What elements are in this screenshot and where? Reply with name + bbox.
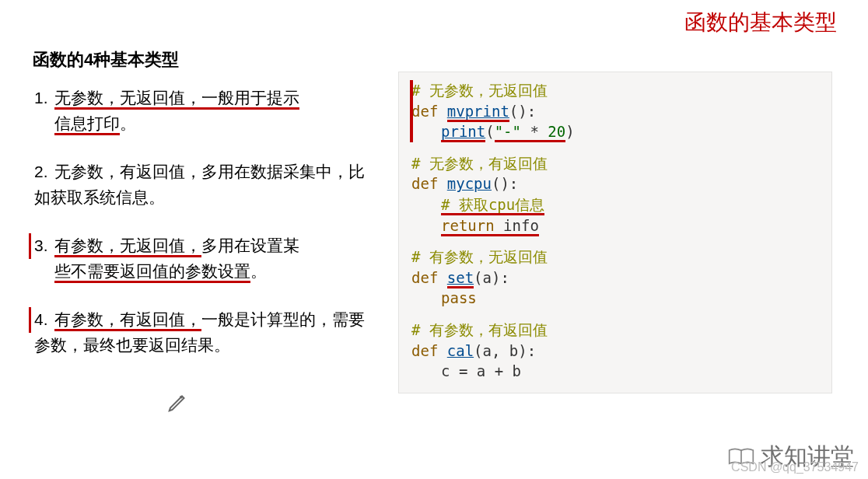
code-text: (a): [474,269,509,286]
item-number: 4. [29,307,54,333]
code-text: info [495,217,539,236]
code-text: (): [509,103,536,120]
text-underlined: 一般用于提示 [201,89,299,110]
code-comment: # 获取cpu信息 [441,196,544,215]
code-block: # 有参数，无返回值 def set(a): pass [411,246,819,309]
text-underlined: 信息打印 [54,114,120,135]
code-block: # 有参数，有返回值 def cal(a, b): c = a + b [411,320,819,382]
code-function: cal [447,342,474,359]
list-item: 1.无参数，无返回值，一般用于提示 信息打印。 [34,86,376,136]
main-heading: 函数的4种基本类型 [33,48,179,72]
text: 。 [250,262,267,280]
text-underlined: 有参数， [54,236,120,257]
watermark-text: CSDN @qq_37534947 [731,460,859,474]
code-comment: # 无参数，无返回值 [411,82,548,99]
list-item: 4.有参数，有返回值，一般是计算型的，需要参数，最终也要返回结果。 [34,307,376,358]
type-list: 1.无参数，无返回值，一般用于提示 信息打印。 2.无参数，有返回值，多用在数据… [34,86,376,381]
code-keyword: pass [441,289,477,306]
code-panel: # 无参数，无返回值 def mvprint(): print("-" * 20… [398,72,832,393]
code-call: print [441,123,485,142]
code-keyword: def [411,269,447,286]
text-underlined: 无返回值， [120,89,201,110]
code-keyword: def [411,175,447,192]
code-text: c = a + b [441,362,521,379]
code-function: mvprint [447,103,509,122]
code-text: * [521,123,548,142]
item-number: 3. [29,233,54,259]
code-comment: # 无参数，有返回值 [411,155,548,172]
text-underlined: 些不需要返回值的参数设置 [54,262,250,283]
text-underlined: 有参数， [54,310,120,331]
red-marker-icon [410,80,413,142]
text: 。 [120,114,136,132]
text-underlined: 无返回值， [120,236,201,257]
code-comment: # 有参数，无返回值 [411,248,548,265]
code-text: (): [492,175,518,192]
code-block: # 无参数，有返回值 def mycpu(): # 获取cpu信息 return… [411,153,819,236]
list-item: 3.有参数，无返回值，多用在设置某 些不需要返回值的参数设置。 [34,233,376,284]
pencil-cursor-icon [166,390,190,414]
code-string: "-" [495,123,521,142]
item-number: 2. [34,159,54,185]
code-function: mycpu [447,175,492,192]
text: 多用在设置某 [201,236,299,254]
code-keyword: return [441,217,495,236]
code-number: 20 [548,123,565,142]
list-item: 2.无参数，有返回值，多用在数据采集中，比如获取系统信息。 [34,159,376,210]
code-comment: # 有参数，有返回值 [411,321,548,338]
text-underlined: 有返回值， [120,310,201,331]
item-number: 1. [34,86,54,111]
code-text: (a, b): [474,342,536,359]
code-keyword: def [411,103,447,120]
text-underlined: 无参数， [54,89,120,110]
code-function: set [447,269,474,288]
slide-corner-title: 函数的基本类型 [684,8,837,37]
code-block: # 无参数，无返回值 def mvprint(): print("-" * 20… [411,80,819,142]
code-keyword: def [411,342,447,359]
text: 无参数，有返回值，多用在数据采集中，比如获取系统信息。 [34,163,365,206]
